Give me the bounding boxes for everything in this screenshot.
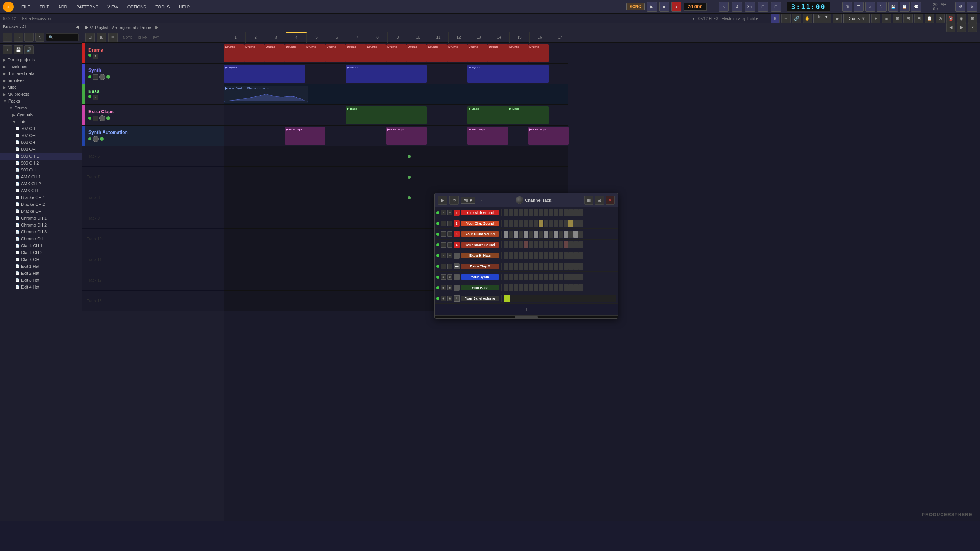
tool2[interactable]: ☰ [854, 2, 864, 12]
track-name-synth[interactable]: Synth [88, 68, 220, 73]
sidebar-item-chromoch3[interactable]: 📄 Chromo CH 3 [0, 228, 82, 235]
sidebar-item-myprojects[interactable]: ▶ My projects [0, 91, 82, 98]
kick-pad-5[interactable] [524, 209, 528, 216]
clap-pad-13[interactable] [564, 220, 568, 227]
clip-drums-10[interactable]: Drums [407, 44, 427, 62]
clap-pad-12[interactable] [559, 220, 563, 227]
history-icon[interactable]: ↺ [90, 25, 93, 30]
clip-drums-6[interactable]: Drums [325, 44, 346, 62]
bass-active-dot[interactable] [88, 95, 91, 98]
yb-pad-2[interactable] [509, 284, 513, 291]
clip-extra-2[interactable]: ▶ Extr..laps [386, 127, 427, 145]
clip-drums-15[interactable]: Drums [508, 44, 528, 62]
ehats-pad-11[interactable] [554, 252, 558, 259]
clip-drums-4[interactable]: Drums [285, 44, 305, 62]
hand-btn[interactable]: ✋ [803, 14, 812, 23]
link-btn[interactable]: 🔗 [792, 14, 801, 23]
arrow-btn[interactable]: → [781, 14, 791, 23]
ec2-pad-9[interactable] [544, 263, 548, 270]
close-button[interactable]: ✕ [967, 2, 977, 12]
snare-pad-13[interactable] [564, 241, 568, 248]
snap-tool[interactable]: ⊞ [968, 14, 977, 23]
ys-pad-15[interactable] [573, 274, 578, 280]
ehats-pad-15[interactable] [573, 252, 578, 259]
yb-pad-14[interactable] [568, 284, 573, 291]
synthvol-pencil[interactable]: ✏ [454, 295, 460, 302]
sidebar-save[interactable]: 💾 [14, 45, 23, 54]
clip-drums-16[interactable]: Drums [528, 44, 549, 62]
hihat-pad-3[interactable] [514, 231, 518, 238]
ys-pad-8[interactable] [539, 274, 543, 280]
menu-help[interactable]: HELP [177, 4, 191, 10]
extra-mute-btn[interactable]: − [93, 116, 98, 121]
mixer-tool1[interactable]: ≡ [882, 14, 891, 23]
kick-pad-7[interactable] [534, 209, 538, 216]
drums-active-dot[interactable] [88, 54, 91, 57]
bars-button[interactable]: 32i [745, 2, 755, 12]
cr-bars-btn[interactable]: ▦ [584, 196, 593, 205]
snare-pad-14[interactable] [568, 241, 573, 248]
sidebar-item-ekit1hat[interactable]: 📄 Ekit 1 Hat [0, 263, 82, 270]
ys-pad-9[interactable] [544, 274, 548, 280]
yoursynth-active[interactable] [436, 276, 439, 279]
yourbass-name[interactable]: Your Bass [461, 285, 499, 290]
clap-mute[interactable]: − [441, 221, 446, 226]
kick-pad-16[interactable] [578, 209, 583, 216]
channel-rack-scrollbar[interactable] [435, 315, 618, 318]
sidebar-item-demo[interactable]: ▶ Demo projects [0, 56, 82, 63]
kick-pad-3[interactable] [514, 209, 518, 216]
clap-pad-10[interactable] [549, 220, 553, 227]
ec2-pad-8[interactable] [539, 263, 543, 270]
ehats-pad-4[interactable] [519, 252, 523, 259]
cr-volume-knob[interactable] [516, 196, 523, 204]
snare-solo[interactable]: − [447, 242, 452, 248]
ys-pad-3[interactable] [514, 274, 518, 280]
sidebar-item-clankch2[interactable]: 📄 Clank CH 2 [0, 249, 82, 256]
tool4[interactable]: ? [877, 2, 887, 12]
clip-extra-3[interactable]: ▶ Extr..laps [467, 127, 508, 145]
snap-button[interactable]: ⌂ [719, 2, 729, 12]
sidebar-item-brackeoh[interactable]: 📄 Bracke OH [0, 208, 82, 215]
header-tool[interactable]: ⊞ [97, 33, 106, 42]
ys-pad-16[interactable] [578, 274, 583, 280]
yb-pad-1[interactable] [504, 284, 508, 291]
ec2-pad-15[interactable] [573, 263, 578, 270]
song-button[interactable]: SONG [626, 3, 644, 10]
hihat-pad-14[interactable] [568, 231, 573, 238]
loop-button[interactable]: ↺ [732, 2, 742, 12]
menu-view[interactable]: VIEW [106, 4, 120, 10]
sidebar-item-ekit2hat[interactable]: 📄 Ekit 2 Hat [0, 270, 82, 277]
record-button[interactable]: ● [671, 2, 681, 12]
sidebar-search[interactable]: 🔍 [46, 33, 79, 41]
tool3[interactable]: ♪ [865, 2, 875, 12]
header-pencil[interactable]: ✏ [108, 33, 118, 42]
ec2-pad-11[interactable] [554, 263, 558, 270]
snare-pad-9[interactable] [544, 241, 548, 248]
snare-pad-5[interactable] [524, 241, 528, 248]
pattern-button[interactable]: ⊞ [758, 2, 768, 12]
menu-file[interactable]: FILE [20, 4, 32, 10]
extrahats-name[interactable]: Extra Hi Hats [461, 253, 499, 258]
ehats-pad-10[interactable] [549, 252, 553, 259]
clip-synth-3[interactable]: ▶ Synth [467, 65, 549, 83]
cr-grid-btn[interactable]: ⊞ [595, 196, 604, 205]
clip-extra-4[interactable]: ▶ Extr..laps [528, 127, 569, 145]
ys-pad-6[interactable] [529, 274, 533, 280]
kick-pad-11[interactable] [554, 209, 558, 216]
hihat-pad-2[interactable] [509, 231, 513, 238]
snare-pad-7[interactable] [534, 241, 538, 248]
yb-pad-5[interactable] [524, 284, 528, 291]
tool6[interactable]: 📋 [900, 2, 910, 12]
menu-add[interactable]: ADD [57, 4, 69, 10]
ys-pad-14[interactable] [568, 274, 573, 280]
clip-drums-5[interactable]: Drums [305, 44, 325, 62]
extraclap2-active[interactable] [436, 265, 439, 268]
ehats-pad-12[interactable] [559, 252, 563, 259]
hihat-pad-15[interactable] [573, 231, 578, 238]
clip-drums-12[interactable]: Drums [447, 44, 467, 62]
extra-knob[interactable] [99, 115, 105, 121]
hihat-pad-10[interactable] [549, 231, 553, 238]
automation-knob[interactable] [93, 136, 99, 142]
clip-drums-8[interactable]: Drums [366, 44, 386, 62]
ec2-pad-12[interactable] [559, 263, 563, 270]
